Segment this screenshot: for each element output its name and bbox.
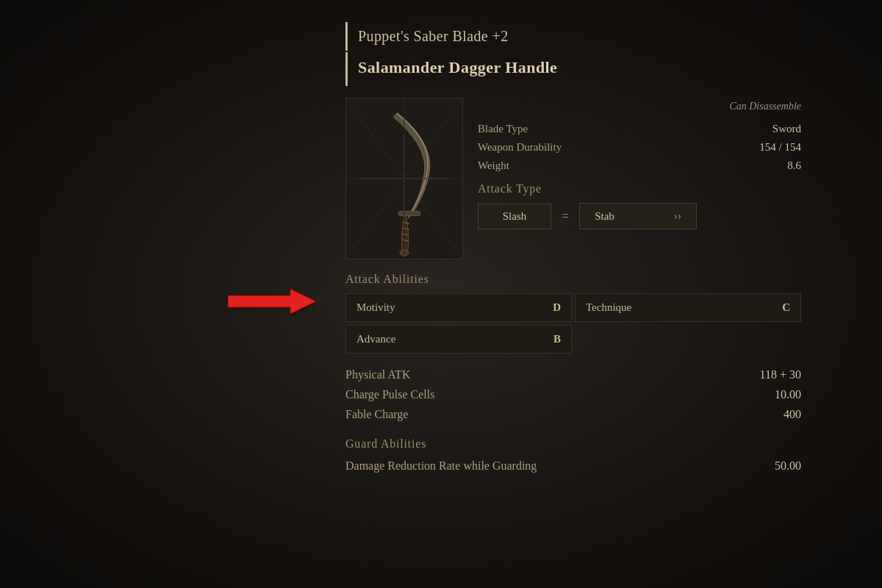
slash-label: Slash [503,210,527,222]
ability-technique: Technique C [575,293,801,322]
durability-value: 154 / 154 [759,141,801,154]
svg-marker-0 [228,289,316,314]
attack-type-section-label: Attack Type [478,182,801,196]
weapon-image-box [345,98,463,259]
physical-atk-row: Physical ATK 118 + 30 [345,368,801,381]
chevron-down-icon: ›› [674,209,682,223]
equals-sign: = [559,209,572,224]
can-disassemble-label: Can Disassemble [478,101,801,112]
ability-technique-grade: C [782,301,790,314]
ability-advance: Advance B [345,325,572,354]
guard-section: Guard Abilities Damage Reduction Rate wh… [345,437,801,473]
combat-stats-section: Physical ATK 118 + 30 Charge Pulse Cells… [345,368,801,421]
ability-motivity-name: Motivity [356,301,395,314]
ability-technique-name: Technique [586,301,631,314]
guard-section-label: Guard Abilities [345,437,801,451]
stab-type-box[interactable]: Stab ›› [579,203,697,229]
ability-motivity: Motivity D [345,293,572,322]
blade-type-label: Blade Type [478,123,528,135]
weapon-image-svg [346,98,462,259]
stab-label: Stab [595,210,614,223]
durability-label: Weapon Durability [478,141,562,154]
stat-row-blade-type: Blade Type Sword [478,123,801,135]
stat-row-durability: Weapon Durability 154 / 154 [478,141,801,154]
weight-label: Weight [478,159,509,172]
ability-advance-grade: B [553,333,561,345]
ability-grid: Motivity D Technique C Advance B [345,293,801,354]
weapon-title-1: Puppet's Saber Blade +2 [345,22,801,51]
top-section: Can Disassemble Blade Type Sword Weapon … [345,98,801,259]
weapon-panel: Puppet's Saber Blade +2 Salamander Dagge… [323,15,823,501]
fable-charge-label: Fable Charge [345,408,408,421]
slash-type-box[interactable]: Slash [478,204,551,229]
physical-atk-label: Physical ATK [345,368,410,381]
charge-pulse-label: Charge Pulse Cells [345,388,434,401]
stats-right: Can Disassemble Blade Type Sword Weapon … [478,98,801,259]
damage-reduction-value: 50.00 [775,459,801,473]
blade-type-value: Sword [772,123,801,135]
svg-rect-3 [398,211,420,215]
red-arrow-icon [228,287,316,316]
charge-pulse-row: Charge Pulse Cells 10.00 [345,388,801,401]
fable-charge-value: 400 [784,408,801,421]
physical-atk-value: 118 + 30 [760,368,801,381]
damage-reduction-row: Damage Reduction Rate while Guarding 50.… [345,459,801,473]
weapon-title-2: Salamander Dagger Handle [345,52,801,86]
fable-charge-row: Fable Charge 400 [345,408,801,421]
charge-pulse-value: 10.00 [775,388,801,401]
ability-empty-cell [575,325,801,354]
attack-abilities-section: Attack Abilities Motivity D Technique C … [345,273,801,354]
weight-value: 8.6 [787,159,801,172]
stat-row-weight: Weight 8.6 [478,159,801,172]
abilities-section-label: Attack Abilities [345,273,801,286]
ability-advance-name: Advance [356,333,395,345]
damage-reduction-label: Damage Reduction Rate while Guarding [345,459,537,473]
ability-motivity-grade: D [553,301,561,314]
attack-type-row: Slash = Stab ›› [478,203,801,229]
arrow-annotation [228,287,316,316]
